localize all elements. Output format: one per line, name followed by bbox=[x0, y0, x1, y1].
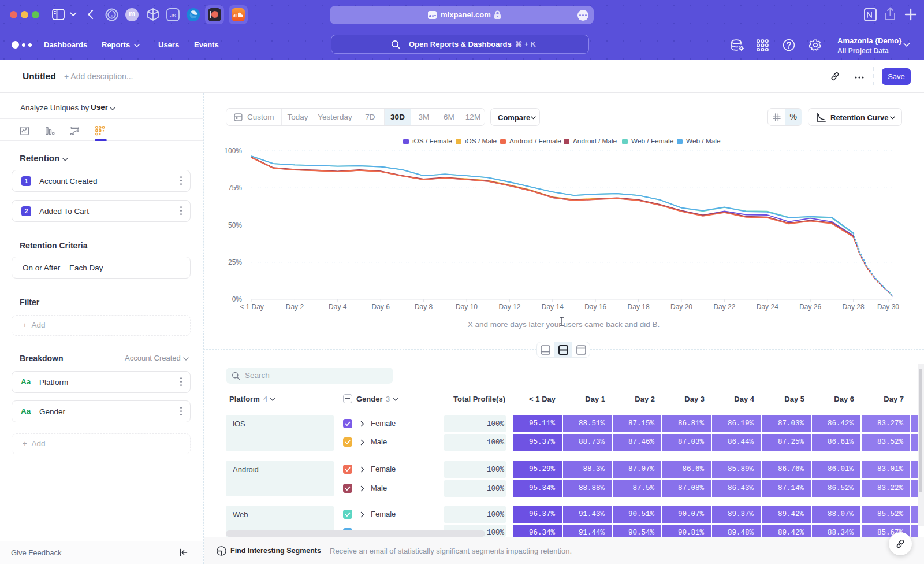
svg-text:Day 12: Day 12 bbox=[498, 303, 520, 311]
svg-text:Day 18: Day 18 bbox=[628, 303, 650, 311]
svg-text:Day 28: Day 28 bbox=[843, 303, 865, 311]
svg-text:Day 4: Day 4 bbox=[329, 303, 347, 311]
svg-text:Day 16: Day 16 bbox=[584, 303, 606, 311]
svg-text:Day 26: Day 26 bbox=[799, 303, 821, 311]
svg-text:Day 24: Day 24 bbox=[757, 303, 778, 311]
svg-text:Day 14: Day 14 bbox=[542, 303, 564, 311]
svg-text:0%: 0% bbox=[232, 295, 243, 303]
svg-text:JS: JS bbox=[170, 13, 176, 18]
svg-text:25%: 25% bbox=[228, 258, 242, 266]
svg-text:Day 20: Day 20 bbox=[670, 303, 692, 311]
svg-text:< 1 Day: < 1 Day bbox=[240, 303, 264, 311]
svg-text:75%: 75% bbox=[228, 184, 242, 192]
svg-text:Day 10: Day 10 bbox=[456, 303, 478, 311]
svg-text:Day 2: Day 2 bbox=[286, 303, 304, 311]
svg-text:Day 30: Day 30 bbox=[877, 303, 899, 311]
svg-text:50%: 50% bbox=[228, 221, 242, 229]
svg-text:Day 6: Day 6 bbox=[372, 303, 390, 311]
svg-text:100%: 100% bbox=[224, 147, 242, 155]
svg-text:Day 22: Day 22 bbox=[713, 303, 735, 311]
svg-text:Day 8: Day 8 bbox=[415, 303, 433, 311]
